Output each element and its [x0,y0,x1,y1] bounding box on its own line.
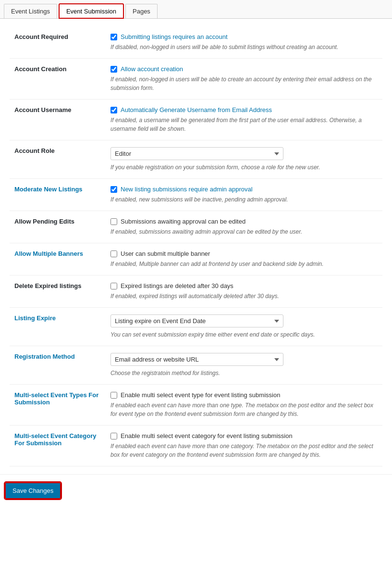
description-account-role: If you enable registration on your submi… [110,163,378,172]
checkbox-delete-expired-listings[interactable] [110,283,117,289]
setting-row-delete-expired-listings: Delete Expired listingsExpired listings … [10,276,382,308]
checkbox-row-account-creation: Allow account creation [110,65,378,73]
checkbox-row-multi-select-event-category: Enable multi select event category for e… [110,432,378,439]
checkbox-allow-pending-edits[interactable] [110,218,117,225]
value-allow-pending-edits: Submissions awaiting approval can be edi… [106,211,382,243]
value-account-required: Submitting listings requires an accountI… [106,26,382,59]
setting-row-account-creation: Account CreationAllow account creationIf… [10,59,382,100]
description-registration-method: Choose the registratoin method for listi… [110,369,378,377]
description-listing-expire: You can set event submission expiry time… [110,330,378,339]
setting-row-listing-expire: Listing ExpireListing expire on Event En… [10,308,382,346]
checkbox-row-allow-pending-edits: Submissions awaiting approval can be edi… [110,218,378,225]
label-registration-method: Registration Method [10,346,106,385]
description-moderate-new-listings: If enabled, new submissions will be inac… [110,195,378,204]
select-wrap-listing-expire: Listing expire on Event End DateSpecific… [110,314,378,327]
checkbox-row-multi-select-event-types: Enable multi select event type for event… [110,391,378,399]
description-account-username: If enabled, a username will be generated… [110,116,378,133]
settings-table: Account RequiredSubmitting listings requ… [10,26,382,466]
checkbox-label-delete-expired-listings: Expired listings are deleted after 30 da… [121,282,233,289]
description-delete-expired-listings: If enabled, expired listings will automa… [110,292,378,301]
description-account-creation: If enabled, non-logged in users will be … [110,75,378,92]
checkbox-account-username[interactable] [110,107,117,113]
setting-row-multi-select-event-types: Multi-select Event Types For SubmissionE… [10,385,382,426]
checkbox-label-account-creation: Allow account creation [121,65,183,73]
tab-pages[interactable]: Pages [125,4,158,18]
label-account-username: Account Username [10,100,106,140]
value-registration-method: Email address or website URLEmail addres… [106,346,382,385]
checkbox-row-moderate-new-listings: New listing submissions require admin ap… [110,186,378,193]
label-allow-multiple-banners: Allow Multiple Banners [10,243,106,276]
description-allow-pending-edits: If enabled, submissions awaiting admin a… [110,227,378,236]
checkbox-row-delete-expired-listings: Expired listings are deleted after 30 da… [110,282,378,289]
checkbox-account-creation[interactable] [110,66,117,73]
value-multi-select-event-types: Enable multi select event type for event… [106,385,382,426]
save-changes-button[interactable]: Save Changes [5,482,61,499]
page-wrap: Event Listings Event Submission Pages Ac… [0,0,392,564]
checkbox-label-moderate-new-listings: New listing submissions require admin ap… [121,186,253,193]
value-account-creation: Allow account creationIf enabled, non-lo… [106,59,382,100]
description-multi-select-event-types: If enabled each event can have more than… [110,401,378,418]
label-moderate-new-listings: Moderate New Listings [10,179,106,211]
label-multi-select-event-category: Multi-select Event Category For Submissi… [10,426,106,466]
select-wrap-registration-method: Email address or website URLEmail addres… [110,353,378,366]
checkbox-row-account-username: Automatically Generate Username from Ema… [110,106,378,113]
label-account-required: Account Required [10,26,106,59]
value-account-role: EditorSubscriberAuthorContributorIf you … [106,140,382,179]
value-listing-expire: Listing expire on Event End DateSpecific… [106,308,382,346]
checkbox-row-account-required: Submitting listings requires an account [110,33,378,40]
description-account-required: If disabled, non-logged in users will be… [110,43,378,51]
label-allow-pending-edits: Allow Pending Edits [10,211,106,243]
select-registration-method[interactable]: Email address or website URLEmail addres… [110,353,283,366]
tab-event-listings[interactable]: Event Listings [4,4,57,18]
settings-content: Account RequiredSubmitting listings requ… [0,19,392,474]
value-account-username: Automatically Generate Username from Ema… [106,100,382,140]
label-listing-expire: Listing Expire [10,308,106,346]
checkbox-account-required[interactable] [110,34,117,40]
setting-row-account-required: Account RequiredSubmitting listings requ… [10,26,382,59]
checkbox-label-allow-multiple-banners: User can submit multiple banner [121,250,210,257]
select-listing-expire[interactable]: Listing expire on Event End DateSpecific… [110,314,283,327]
checkbox-label-multi-select-event-types: Enable multi select event type for event… [121,391,280,399]
checkbox-label-account-required: Submitting listings requires an account [121,33,228,40]
tab-event-submission[interactable]: Event Submission [59,4,123,18]
setting-row-allow-pending-edits: Allow Pending EditsSubmissions awaiting … [10,211,382,243]
setting-row-moderate-new-listings: Moderate New ListingsNew listing submiss… [10,179,382,211]
checkbox-label-allow-pending-edits: Submissions awaiting approval can be edi… [121,218,245,225]
setting-row-allow-multiple-banners: Allow Multiple BannersUser can submit mu… [10,243,382,276]
value-multi-select-event-category: Enable multi select event category for e… [106,426,382,466]
label-delete-expired-listings: Delete Expired listings [10,276,106,308]
select-wrap-account-role: EditorSubscriberAuthorContributor [110,147,378,160]
checkbox-label-multi-select-event-category: Enable multi select event category for e… [121,432,293,439]
label-account-creation: Account Creation [10,59,106,100]
checkbox-label-account-username: Automatically Generate Username from Ema… [121,106,272,113]
checkbox-allow-multiple-banners[interactable] [110,251,117,257]
checkbox-multi-select-event-category[interactable] [110,433,117,439]
setting-row-account-username: Account UsernameAutomatically Generate U… [10,100,382,140]
label-account-role: Account Role [10,140,106,179]
tabs-bar: Event Listings Event Submission Pages [0,0,392,19]
select-account-role[interactable]: EditorSubscriberAuthorContributor [110,147,283,160]
description-allow-multiple-banners: If enabled, Multiple banner can add at f… [110,260,378,268]
setting-row-registration-method: Registration MethodEmail address or webs… [10,346,382,385]
value-delete-expired-listings: Expired listings are deleted after 30 da… [106,276,382,308]
setting-row-multi-select-event-category: Multi-select Event Category For Submissi… [10,426,382,466]
label-multi-select-event-types: Multi-select Event Types For Submission [10,385,106,426]
setting-row-account-role: Account RoleEditorSubscriberAuthorContri… [10,140,382,179]
save-section: Save Changes [0,474,392,507]
value-allow-multiple-banners: User can submit multiple bannerIf enable… [106,243,382,276]
checkbox-multi-select-event-types[interactable] [110,392,117,399]
description-multi-select-event-category: If enabled each event can have more than… [110,442,378,459]
value-moderate-new-listings: New listing submissions require admin ap… [106,179,382,211]
checkbox-row-allow-multiple-banners: User can submit multiple banner [110,250,378,257]
checkbox-moderate-new-listings[interactable] [110,186,117,193]
